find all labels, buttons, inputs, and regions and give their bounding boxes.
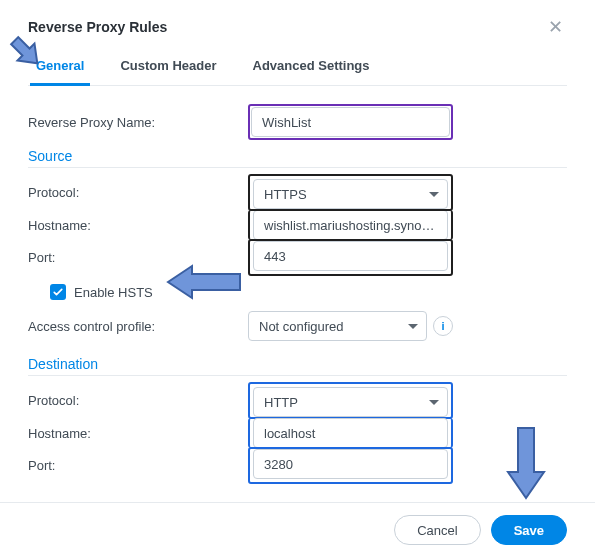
save-button[interactable]: Save [491,515,567,545]
section-source: Source [28,148,567,168]
tab-advanced-settings[interactable]: Advanced Settings [247,50,376,86]
access-control-profile-value: Not configured [259,319,344,334]
source-port-label: Port: [28,250,248,265]
destination-hostname-input[interactable] [253,418,448,448]
row-source-hostname: Hostname: [28,209,567,241]
row-access-control-profile: Access control profile: Not configured i [28,310,567,342]
source-hostname-input[interactable] [253,210,448,240]
tab-custom-header[interactable]: Custom Header [114,50,222,86]
enable-hsts-checkbox[interactable] [50,284,66,300]
row-destination-hostname: Hostname: [28,417,567,449]
destination-protocol-select[interactable]: HTTP [253,387,448,417]
destination-port-label: Port: [28,458,248,473]
source-protocol-label: Protocol: [28,185,248,200]
reverse-proxy-name-label: Reverse Proxy Name: [28,115,248,130]
source-port-input[interactable] [253,241,448,271]
row-destination-port: Port: [28,447,567,484]
source-hostname-label: Hostname: [28,218,248,233]
dialog-title: Reverse Proxy Rules [28,19,167,35]
row-destination-protocol: Protocol: HTTP [28,382,567,419]
titlebar: Reverse Proxy Rules ✕ [28,0,567,50]
dialog: Reverse Proxy Rules ✕ General Custom Hea… [0,0,595,484]
row-enable-hsts: Enable HSTS [28,284,567,300]
enable-hsts-label: Enable HSTS [74,285,153,300]
source-protocol-value: HTTPS [264,187,307,202]
chevron-down-icon [429,192,439,197]
dialog-footer: Cancel Save [0,502,595,557]
destination-hostname-label: Hostname: [28,426,248,441]
source-protocol-select[interactable]: HTTPS [253,179,448,209]
row-reverse-proxy-name: Reverse Proxy Name: [28,104,567,140]
row-source-protocol: Protocol: HTTPS [28,174,567,211]
destination-port-input[interactable] [253,449,448,479]
section-destination: Destination [28,356,567,376]
cancel-button[interactable]: Cancel [394,515,480,545]
access-control-profile-select[interactable]: Not configured [248,311,427,341]
close-icon[interactable]: ✕ [544,14,567,40]
check-icon [52,286,64,298]
tabs: General Custom Header Advanced Settings [28,50,567,86]
tab-general[interactable]: General [30,50,90,86]
destination-protocol-label: Protocol: [28,393,248,408]
row-source-port: Port: [28,239,567,276]
reverse-proxy-name-input[interactable] [251,107,450,137]
chevron-down-icon [429,400,439,405]
access-control-profile-label: Access control profile: [28,319,248,334]
info-icon[interactable]: i [433,316,453,336]
destination-protocol-value: HTTP [264,395,298,410]
chevron-down-icon [408,324,418,329]
